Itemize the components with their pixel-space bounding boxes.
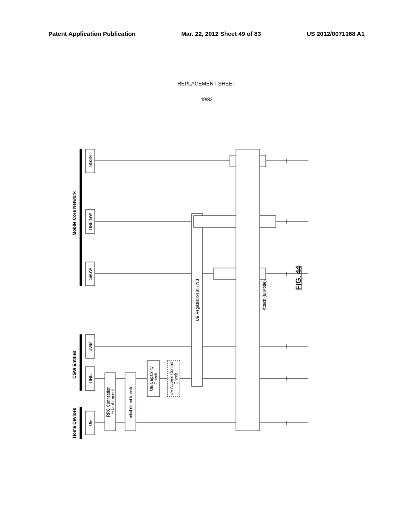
group-core-label: Mobile Core Network bbox=[72, 185, 77, 242]
tick-hnb bbox=[286, 377, 287, 381]
actor-segw: SeGW bbox=[86, 262, 95, 286]
header-right: US 2012/0071168 A1 bbox=[307, 30, 365, 37]
actor-bwm: BWM bbox=[86, 335, 95, 359]
replacement-label: REPLACEMENT SHEET bbox=[0, 81, 413, 87]
group-cgw-label: CGW Entities bbox=[72, 345, 77, 385]
proc-attach-label: Attach (Iu Mode) bbox=[262, 281, 267, 310]
tick-segw bbox=[286, 272, 287, 276]
group-home-label: Home Devices bbox=[72, 403, 77, 443]
activation-hnbgw bbox=[194, 216, 276, 228]
tick-hnbgw bbox=[286, 220, 287, 224]
sheet-number: 49/83 bbox=[0, 97, 413, 102]
sequence-diagram: Home Devices CGW Entities Mobile Core Ne… bbox=[25, 156, 360, 388]
actor-hnbgw: HNB-GW bbox=[86, 210, 95, 234]
proc-registration: UE Registration at HNB bbox=[192, 214, 203, 387]
header-center: Mar. 22, 2012 Sheet 49 of 83 bbox=[181, 30, 261, 37]
proc-attach-box bbox=[236, 149, 260, 431]
figure-label: FIG. 44 bbox=[294, 266, 303, 290]
proc-access-control: UE Access Control Check bbox=[167, 361, 180, 397]
header-left: Patent Application Publication bbox=[48, 30, 136, 37]
proc-rrc: RRC Connection Establishment bbox=[105, 373, 116, 431]
tick-ue bbox=[286, 421, 287, 425]
lifeline-sgsn bbox=[95, 161, 309, 161]
proc-idt: Initial direct transfer bbox=[125, 373, 136, 431]
tick-sgsn bbox=[286, 159, 287, 163]
actor-sgsn: SGSN bbox=[86, 149, 95, 173]
tick-bwm bbox=[286, 345, 287, 349]
actor-ue: UE bbox=[86, 411, 95, 435]
group-home-bar bbox=[80, 407, 82, 439]
actor-hnb: HNB bbox=[86, 367, 95, 391]
group-cgw-bar bbox=[80, 335, 82, 391]
group-core-bar bbox=[80, 149, 82, 286]
proc-capability: UE Capability Check bbox=[147, 361, 160, 397]
